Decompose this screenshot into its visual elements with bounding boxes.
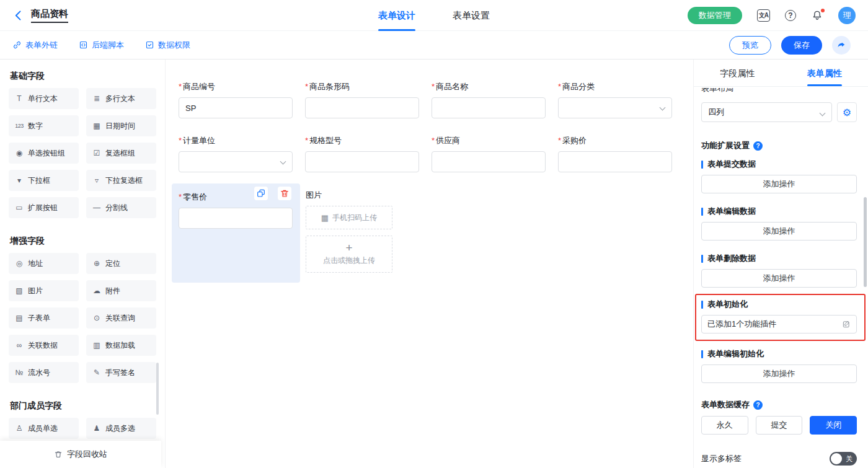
preview-button[interactable]: 预览 (729, 36, 771, 55)
field-label-row: *商品名称 (432, 82, 546, 92)
field-member-single[interactable]: ♙成员单选 (9, 418, 79, 439)
panel-scrollbar[interactable] (864, 197, 867, 287)
field-title: 商品条形码 (309, 82, 350, 91)
data-permission-link[interactable]: 数据权限 (145, 40, 190, 51)
form-toolbar: 表单外链 后端脚本 数据权限 预览 保存 (0, 31, 868, 60)
field-label: 子表单 (28, 313, 50, 324)
help-icon[interactable]: ? (785, 10, 796, 21)
field-barcode: *商品条形码 (305, 82, 419, 118)
upload-dropzone[interactable]: + 点击或拖拽上传 (306, 236, 392, 273)
cache-option-forever[interactable]: 永久 (701, 416, 748, 435)
tab-form-settings[interactable]: 表单设置 (453, 0, 490, 31)
field-label: 日期时间 (105, 121, 135, 131)
layout-select[interactable]: 四列 (701, 102, 832, 122)
linked-data-icon: ∞ (14, 341, 25, 350)
tab-field-properties[interactable]: 字段属性 (694, 60, 781, 86)
translate-icon[interactable]: 文A (757, 9, 770, 22)
field-library-sidebar: 基础字段 T单行文本 ≣多行文本 123数字 ▦日期时间 ◉单选按钮组 ☑复选框… (0, 60, 166, 468)
edit-plugin-icon[interactable] (842, 320, 851, 329)
field-address[interactable]: ◎地址 (9, 253, 79, 274)
field-radio-group[interactable]: ◉单选按钮组 (9, 143, 79, 164)
field-label: 成员单选 (28, 423, 58, 434)
backend-script-link[interactable]: 后端脚本 (79, 40, 124, 51)
field-image[interactable]: ▧图片 (9, 280, 79, 301)
field-unit: *计量单位 (179, 136, 293, 172)
help-badge-icon[interactable]: ? (753, 141, 763, 151)
add-action-button[interactable]: 添加操作 (701, 364, 857, 383)
field-single-line-text[interactable]: T单行文本 (9, 88, 79, 109)
user-avatar[interactable]: 理 (838, 7, 856, 24)
back-button[interactable] (11, 8, 26, 23)
supplier-input[interactable] (432, 151, 546, 172)
field-member-multi[interactable]: ♟成员多选 (86, 418, 156, 439)
single-line-text-icon: T (14, 94, 25, 103)
layout-settings-button[interactable]: ⚙ (837, 102, 857, 122)
trash-icon (280, 188, 290, 198)
field-label: 单选按钮组 (28, 148, 65, 159)
required-marker: * (432, 136, 435, 145)
data-manage-button[interactable]: 数据管理 (688, 7, 742, 24)
share-button[interactable] (832, 36, 851, 55)
retail-price-input[interactable] (179, 208, 293, 229)
add-action-button[interactable]: 添加操作 (701, 269, 857, 288)
field-supplier: *供应商 (432, 136, 546, 172)
product-code-input[interactable]: SP (179, 97, 293, 118)
product-name-input[interactable] (432, 97, 546, 118)
field-serial-number[interactable]: №流水号 (9, 362, 79, 383)
field-divider[interactable]: ―分割线 (86, 197, 156, 218)
plugin-added-box[interactable]: 已添加1个功能插件 (701, 315, 857, 333)
section-form-edit-init: 表单编辑初始化 (701, 348, 857, 360)
section-title-basic-fields: 基础字段 (10, 71, 156, 82)
section-form-submit: 表单提交数据 (701, 159, 857, 170)
field-checkbox-group[interactable]: ☑复选框组 (86, 143, 156, 164)
toggle-state-label: 关 (846, 454, 852, 464)
form-external-link[interactable]: 表单外链 (12, 40, 58, 51)
field-linked-data[interactable]: ∞关联数据 (9, 335, 79, 356)
notification-bell[interactable] (811, 9, 823, 22)
unit-select[interactable] (179, 151, 293, 172)
field-signature[interactable]: ✎手写签名 (86, 362, 156, 383)
field-multi-line-text[interactable]: ≣多行文本 (86, 88, 156, 109)
field-label-row: 图片 (306, 190, 399, 200)
selected-field-retail-price[interactable]: *零售价 (172, 183, 300, 283)
header-tabs: 表单设计 表单设置 (378, 0, 490, 31)
layout-select-value: 四列 (708, 107, 724, 118)
button-icon: ▭ (14, 203, 25, 212)
field-extend-button[interactable]: ▭扩展按钮 (9, 197, 79, 218)
field-number[interactable]: 123数字 (9, 115, 79, 136)
field-location[interactable]: ⊕定位 (86, 253, 156, 274)
copy-field-button[interactable] (254, 187, 268, 200)
field-label: 单行文本 (28, 94, 58, 104)
field-multi-dropdown[interactable]: ▿下拉复选框 (86, 170, 156, 191)
field-recycle-bin[interactable]: 字段回收站 (0, 441, 161, 468)
cache-option-off[interactable]: 关闭 (810, 416, 857, 435)
field-data-load[interactable]: ▥数据加载 (86, 335, 156, 356)
delete-field-button[interactable] (278, 187, 291, 200)
sidebar-scrollbar[interactable] (156, 363, 159, 415)
field-title: 商品名称 (436, 82, 468, 91)
multi-tab-toggle[interactable]: 关 (830, 452, 857, 466)
permission-icon (145, 40, 154, 50)
field-dropdown[interactable]: ▾下拉框 (9, 170, 79, 191)
required-marker: * (305, 82, 308, 91)
scan-upload-button[interactable]: ▦ 手机扫码上传 (306, 206, 392, 229)
field-attachment[interactable]: ☁附件 (86, 280, 156, 301)
tab-form-properties[interactable]: 表单属性 (781, 60, 868, 86)
field-product-name: *商品名称 (432, 82, 546, 118)
tab-form-design[interactable]: 表单设计 (378, 0, 415, 31)
category-select[interactable] (558, 97, 672, 118)
cache-option-submit[interactable]: 提交 (756, 416, 803, 435)
help-badge-icon[interactable]: ? (753, 400, 763, 410)
spec-input[interactable] (305, 151, 419, 172)
field-label-row: *采购价 (558, 136, 672, 146)
barcode-input[interactable] (305, 97, 419, 118)
add-action-button[interactable]: 添加操作 (701, 222, 857, 241)
purchase-price-input[interactable] (558, 151, 672, 172)
field-subform[interactable]: ▤子表单 (9, 307, 79, 329)
field-datetime[interactable]: ▦日期时间 (86, 115, 156, 136)
calendar-icon: ▦ (91, 121, 102, 130)
add-action-button[interactable]: 添加操作 (701, 175, 857, 193)
field-linked-query[interactable]: ⊙关联查询 (86, 307, 156, 329)
save-button[interactable]: 保存 (781, 36, 822, 55)
upload-hint: 点击或拖拽上传 (323, 255, 375, 266)
